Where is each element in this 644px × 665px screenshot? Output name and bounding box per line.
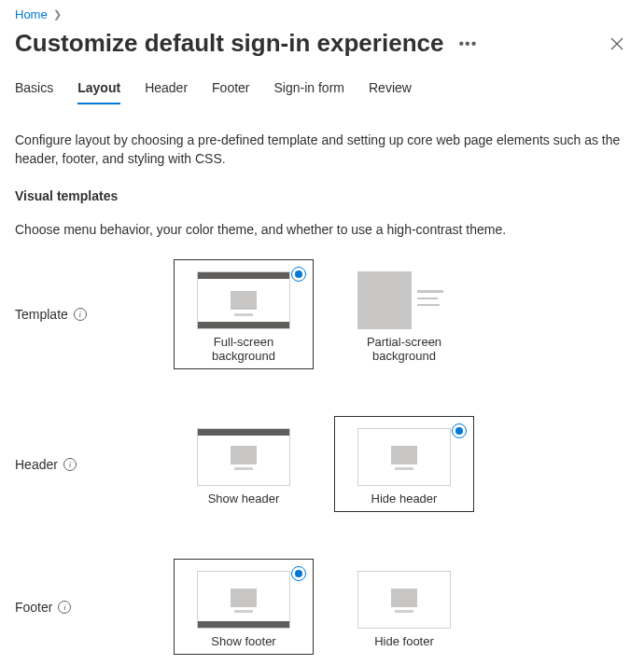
- close-button[interactable]: [605, 32, 629, 56]
- tab-review[interactable]: Review: [369, 76, 412, 104]
- radio-selected-icon: [452, 423, 467, 438]
- visual-templates-heading: Visual templates: [15, 188, 629, 203]
- show-header-label: Show header: [184, 492, 303, 506]
- template-fullscreen-label: Full-screen background: [184, 335, 303, 363]
- template-label-text: Template: [15, 307, 68, 322]
- close-icon: [610, 37, 623, 50]
- header-option-hide[interactable]: Hide header: [334, 416, 474, 512]
- template-option-fullscreen[interactable]: Full-screen background: [174, 259, 314, 369]
- radio-selected-icon: [291, 566, 306, 581]
- template-fullscreen-preview-icon: [197, 271, 290, 329]
- show-footer-label: Show footer: [184, 634, 303, 648]
- more-icon[interactable]: •••: [455, 32, 481, 56]
- hide-header-label: Hide header: [344, 492, 464, 506]
- tab-header[interactable]: Header: [145, 76, 188, 104]
- footer-label: Footer i: [15, 600, 174, 615]
- tab-footer[interactable]: Footer: [212, 76, 249, 104]
- footer-option-hide[interactable]: Hide footer: [334, 559, 474, 655]
- breadcrumb: Home ❯: [15, 0, 629, 25]
- tab-bar: Basics Layout Header Footer Sign-in form…: [15, 76, 629, 104]
- header-option-show[interactable]: Show header: [174, 416, 314, 512]
- footer-option-show[interactable]: Show footer: [174, 559, 314, 655]
- template-partial-label: Partial-screen background: [344, 335, 464, 363]
- info-icon[interactable]: i: [63, 458, 77, 471]
- hide-footer-label: Hide footer: [344, 634, 464, 648]
- tab-basics[interactable]: Basics: [15, 76, 53, 104]
- hide-footer-preview-icon: [357, 571, 451, 629]
- footer-label-text: Footer: [15, 600, 52, 615]
- chevron-right-icon: ❯: [53, 8, 62, 21]
- hide-header-preview-icon: [357, 428, 451, 486]
- show-header-preview-icon: [197, 428, 290, 486]
- visual-templates-subtext: Choose menu behavior, your color theme, …: [15, 222, 629, 237]
- radio-selected-icon: [291, 267, 306, 282]
- show-footer-preview-icon: [197, 571, 290, 629]
- template-label: Template i: [15, 307, 174, 322]
- page-title: Customize default sign-in experience: [15, 29, 443, 58]
- header-label-text: Header: [15, 457, 58, 472]
- template-partial-preview-icon: [357, 271, 451, 329]
- footer-row: Footer i Show footer: [15, 559, 629, 655]
- header-row: Header i Show header: [15, 416, 629, 512]
- breadcrumb-home-link[interactable]: Home: [15, 7, 48, 21]
- page-title-row: Customize default sign-in experience •••: [15, 25, 629, 76]
- tab-layout[interactable]: Layout: [77, 76, 120, 104]
- info-icon[interactable]: i: [74, 308, 87, 321]
- tab-signin-form[interactable]: Sign-in form: [274, 76, 344, 104]
- template-row: Template i Full-screen background: [15, 259, 629, 369]
- header-label: Header i: [15, 457, 174, 472]
- template-option-partial[interactable]: Partial-screen background: [334, 259, 474, 369]
- info-icon[interactable]: i: [58, 601, 71, 614]
- layout-intro-text: Configure layout by choosing a pre-defin…: [15, 131, 629, 168]
